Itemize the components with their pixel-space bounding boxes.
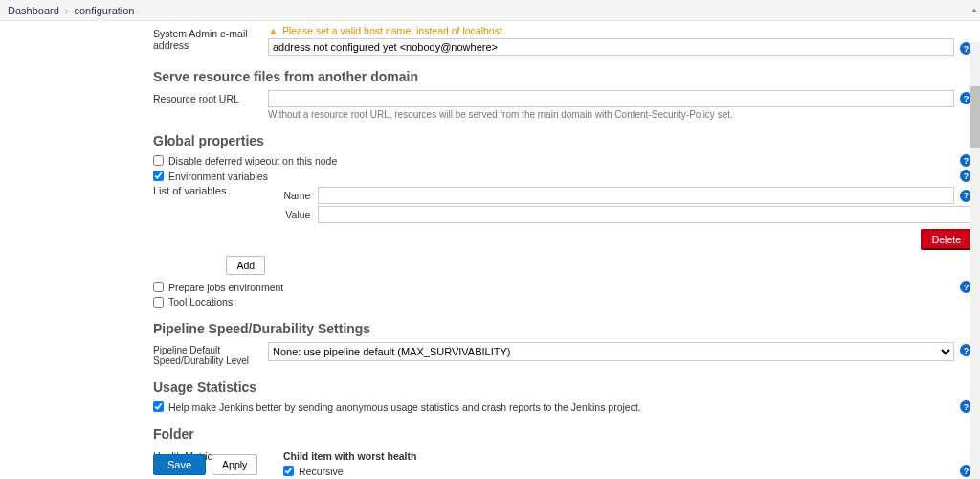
list-of-variables-label: List of variables (153, 185, 226, 275)
resource-root-url-label: Resource root URL (153, 90, 268, 104)
section-serve-resource: Serve resource files from another domain (153, 69, 972, 84)
save-button[interactable]: Save (153, 454, 206, 475)
recursive-label: Recursive (299, 466, 344, 477)
tool-locations-checkbox[interactable] (153, 297, 164, 308)
tool-locations-label: Tool Locations (168, 296, 233, 308)
section-usage-statistics: Usage Statistics (153, 379, 972, 395)
add-variable-button[interactable]: Add (226, 256, 265, 275)
section-global-properties: Global properties (153, 133, 972, 148)
hostname-warning: ▲ Please set a valid host name, instead … (268, 25, 954, 36)
env-vars-label: Environment variables (168, 171, 268, 182)
env-vars-checkbox[interactable] (153, 171, 164, 181)
pipeline-level-label: Pipeline Default Speed/Durability Level (153, 342, 268, 366)
var-value-input[interactable] (318, 206, 972, 223)
usage-stats-label: Help make Jenkins better by sending anon… (168, 401, 641, 413)
usage-stats-checkbox[interactable] (153, 401, 164, 412)
breadcrumb-configuration[interactable]: configuration (75, 5, 135, 16)
scroll-up-icon[interactable]: ▲ (970, 6, 978, 14)
delete-variable-button[interactable]: Delete (921, 229, 972, 250)
breadcrumb-dashboard[interactable]: Dashboard (8, 5, 59, 16)
section-pipeline-durability: Pipeline Speed/Durability Settings (153, 321, 972, 336)
var-value-label: Value (226, 209, 318, 220)
prepare-jobs-env-label: Prepare jobs environment (168, 282, 283, 293)
disable-wipeout-label: Disable deferred wipeout on this node (168, 155, 337, 167)
resource-root-help: Without a resource root URL, resources w… (268, 109, 954, 120)
prepare-jobs-env-checkbox[interactable] (153, 282, 164, 292)
apply-button[interactable]: Apply (212, 454, 257, 475)
warning-icon: ▲ (268, 25, 278, 36)
resource-root-url-input[interactable] (268, 90, 954, 107)
pipeline-level-select[interactable]: None: use pipeline default (MAX_SURVIVAB… (268, 342, 954, 361)
var-name-input[interactable] (318, 187, 954, 204)
recursive-checkbox[interactable] (283, 466, 294, 476)
child-worst-label: Child item with worst health (283, 450, 416, 462)
var-name-label: Name (226, 190, 318, 201)
admin-email-input[interactable] (268, 38, 954, 56)
breadcrumb: Dashboard › configuration (0, 0, 980, 21)
section-folder: Folder (153, 426, 972, 442)
disable-wipeout-checkbox[interactable] (153, 155, 164, 166)
scrollbar-thumb[interactable] (970, 86, 980, 148)
admin-email-label: System Admin e-mail address (153, 25, 268, 51)
